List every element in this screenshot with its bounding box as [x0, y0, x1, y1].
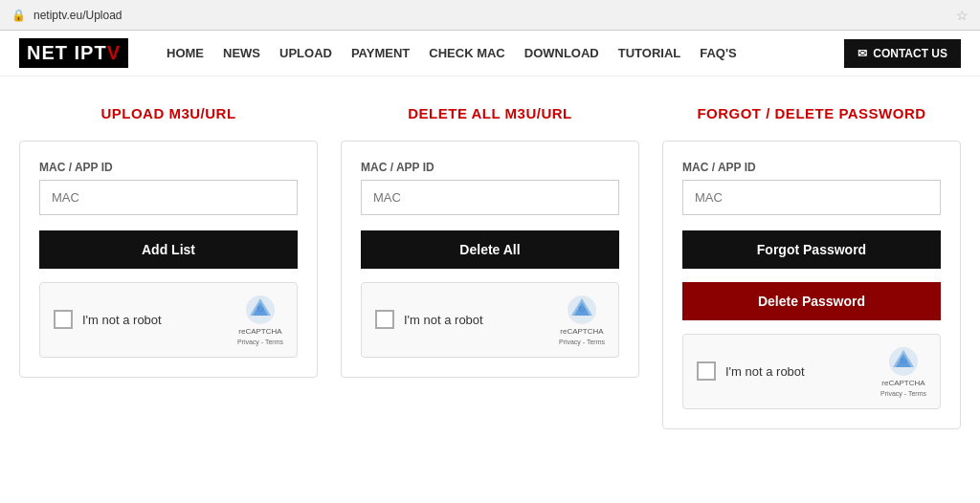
recaptcha-sub-text-3: reCAPTCHA — [881, 379, 924, 388]
browser-chrome: 🔒 netiptv.eu/Upload ☆ — [0, 0, 980, 31]
forgot-password-column-title: FORGOT / DELETE PASSWORD — [662, 105, 961, 121]
recaptcha-links-2: Privacy - Terms — [559, 339, 605, 345]
recaptcha-links: Privacy - Terms — [237, 339, 283, 345]
recaptcha-links-3: Privacy - Terms — [880, 390, 926, 397]
nav-upload[interactable]: UPLOAD — [279, 46, 332, 60]
delete-all-recaptcha: I'm not a robot ↻ reCAPTCHA Privacy - Te… — [361, 282, 619, 358]
delete-password-button[interactable]: Delete Password — [682, 282, 941, 320]
logo-v: V — [107, 42, 121, 64]
forgot-password-recaptcha: I'm not a robot ↻ reCAPTCHA Privacy - Te… — [682, 334, 941, 409]
recaptcha-sub-text-2: reCAPTCHA — [560, 327, 603, 337]
columns-container: UPLOAD M3U/URL MAC / APP ID Add List I'm… — [19, 105, 961, 429]
upload-card: MAC / APP ID Add List I'm not a robot ↻ — [19, 141, 318, 378]
nav-tutorial[interactable]: TUTORIAL — [618, 46, 680, 60]
recaptcha-checkbox-3[interactable] — [697, 361, 716, 381]
recaptcha-logo-icon-3: ↻ — [888, 346, 919, 377]
nav-download[interactable]: DOWNLOAD — [524, 46, 599, 60]
upload-column-title: UPLOAD M3U/URL — [19, 105, 318, 121]
recaptcha-checkbox[interactable] — [54, 310, 73, 329]
recaptcha-left-3: I'm not a robot — [697, 361, 805, 381]
site-logo[interactable]: NET IPTV — [19, 38, 128, 68]
forgot-password-button[interactable]: Forgot Password — [682, 230, 941, 269]
logo-text: NET IPT — [27, 42, 107, 64]
forgot-password-column: FORGOT / DELETE PASSWORD MAC / APP ID Fo… — [662, 105, 961, 429]
svg-text:↻: ↻ — [900, 357, 907, 366]
recaptcha-label-3: I'm not a robot — [725, 364, 805, 379]
recaptcha-left: I'm not a robot — [54, 310, 162, 329]
recaptcha-label-2: I'm not a robot — [404, 313, 483, 327]
forgot-password-mac-input[interactable] — [682, 180, 941, 215]
recaptcha-checkbox-2[interactable] — [375, 310, 394, 329]
nav-faqs[interactable]: FAQ'S — [700, 46, 737, 60]
recaptcha-logo-icon-2: ↻ — [567, 295, 597, 325]
contact-label: CONTACT US — [873, 47, 947, 60]
lock-icon: 🔒 — [11, 9, 26, 22]
main-content: UPLOAD M3U/URL MAC / APP ID Add List I'm… — [0, 77, 980, 448]
nav-news[interactable]: NEWS — [223, 46, 260, 60]
recaptcha-label: I'm not a robot — [82, 313, 162, 327]
recaptcha-right: ↻ reCAPTCHA Privacy - Terms — [237, 295, 283, 345]
contact-button[interactable]: ✉ CONTACT US — [844, 39, 961, 68]
recaptcha-logo-icon: ↻ — [245, 295, 276, 325]
nav-check-mac[interactable]: CHECK MAC — [429, 46, 504, 60]
nav-links: HOME NEWS UPLOAD PAYMENT CHECK MAC DOWNL… — [167, 46, 821, 60]
delete-all-mac-input[interactable] — [361, 180, 619, 215]
upload-column: UPLOAD M3U/URL MAC / APP ID Add List I'm… — [19, 105, 318, 429]
bookmark-icon[interactable]: ☆ — [956, 8, 969, 23]
recaptcha-left-2: I'm not a robot — [375, 310, 483, 329]
forgot-password-field-label: MAC / APP ID — [682, 161, 941, 174]
delete-all-button[interactable]: Delete All — [361, 230, 619, 269]
delete-all-column: DELETE ALL M3U/URL MAC / APP ID Delete A… — [341, 105, 639, 429]
navbar: NET IPTV HOME NEWS UPLOAD PAYMENT CHECK … — [0, 31, 980, 77]
recaptcha-sub-text: reCAPTCHA — [238, 327, 281, 337]
recaptcha-right-3: ↻ reCAPTCHA Privacy - Terms — [880, 346, 926, 397]
add-list-button[interactable]: Add List — [39, 230, 298, 269]
forgot-password-card: MAC / APP ID Forgot Password Delete Pass… — [662, 141, 961, 429]
svg-text:↻: ↻ — [256, 305, 264, 315]
upload-mac-input[interactable] — [39, 180, 298, 215]
delete-all-card: MAC / APP ID Delete All I'm not a robot … — [341, 141, 639, 378]
browser-url: netiptv.eu/Upload — [33, 9, 948, 22]
nav-home[interactable]: HOME — [167, 46, 204, 60]
delete-all-column-title: DELETE ALL M3U/URL — [341, 105, 639, 121]
delete-all-field-label: MAC / APP ID — [361, 161, 619, 174]
svg-text:↻: ↻ — [578, 305, 586, 315]
nav-payment[interactable]: PAYMENT — [351, 46, 410, 60]
upload-recaptcha: I'm not a robot ↻ reCAPTCHA Privacy - Te… — [39, 282, 298, 358]
recaptcha-right-2: ↻ reCAPTCHA Privacy - Terms — [559, 295, 605, 345]
contact-icon: ✉ — [858, 47, 867, 60]
upload-field-label: MAC / APP ID — [39, 161, 298, 174]
